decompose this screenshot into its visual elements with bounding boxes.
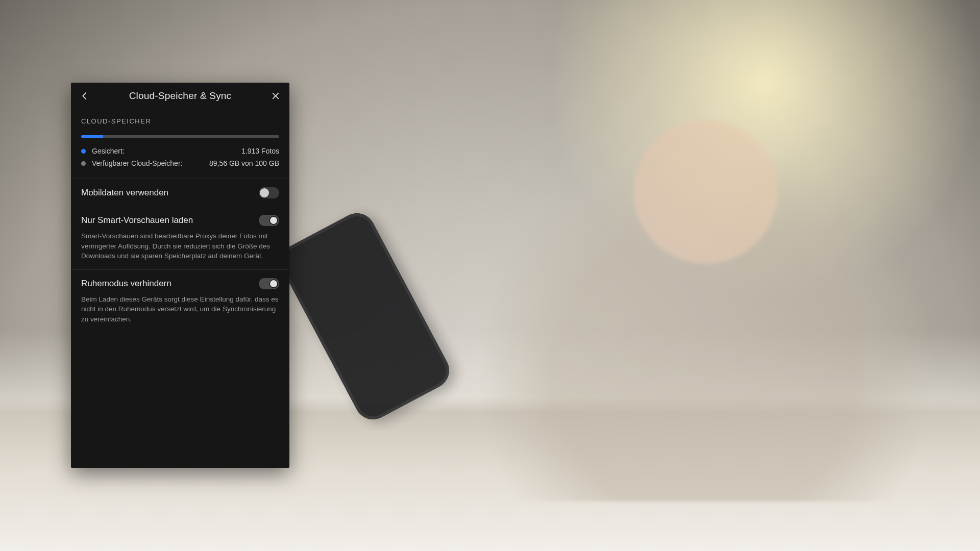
dot-icon xyxy=(81,161,86,166)
storage-row-backed-up: Gesichert: 1.913 Fotos xyxy=(81,145,279,157)
toggle-knob xyxy=(269,216,278,225)
setting-prevent-sleep: Ruhemodus verhindern Beim Laden dieses G… xyxy=(71,270,289,333)
setting-head: Mobildaten verwenden xyxy=(81,187,279,198)
setting-title: Ruhemodus verhindern xyxy=(81,279,172,289)
setting-description: Beim Laden dieses Geräts sorgt diese Ein… xyxy=(81,294,279,324)
setting-title: Nur Smart-Vorschauen laden xyxy=(81,215,193,226)
storage-bar xyxy=(81,135,279,138)
panel-title: Cloud-Speicher & Sync xyxy=(93,90,267,102)
setting-head: Ruhemodus verhindern xyxy=(81,278,279,289)
storage-bar-used xyxy=(81,135,103,138)
storage-row-value: 89,56 GB von 100 GB xyxy=(209,159,279,167)
storage-label-text: Gesichert: xyxy=(92,147,125,155)
toggle-knob xyxy=(269,279,278,288)
setting-head: Nur Smart-Vorschauen laden xyxy=(81,215,279,226)
setting-description: Smart-Vorschauen sind bearbeitbare Proxy… xyxy=(81,231,279,261)
toggle-prevent-sleep[interactable] xyxy=(259,278,279,289)
storage-row-value: 1.913 Fotos xyxy=(241,147,279,155)
cloud-sync-panel: Cloud-Speicher & Sync CLOUD-SPEICHER Ges… xyxy=(71,83,289,468)
toggle-smart-previews[interactable] xyxy=(259,215,279,226)
close-icon xyxy=(271,91,280,101)
close-button[interactable] xyxy=(267,87,284,105)
back-button[interactable] xyxy=(76,87,93,105)
storage-label-text: Verfügbarer Cloud-Speicher: xyxy=(92,159,182,167)
setting-smart-previews: Nur Smart-Vorschauen laden Smart-Vorscha… xyxy=(71,207,289,269)
section-label-cloud-storage: CLOUD-SPEICHER xyxy=(71,109,289,128)
toggle-mobile-data[interactable] xyxy=(259,187,279,198)
toggle-knob xyxy=(260,188,269,197)
bg-person xyxy=(471,71,941,501)
dot-icon xyxy=(81,149,86,154)
storage-rows: Gesichert: 1.913 Fotos Verfügbarer Cloud… xyxy=(71,142,289,179)
storage-row-label: Gesichert: xyxy=(81,147,125,155)
storage-row-label: Verfügbarer Cloud-Speicher: xyxy=(81,159,182,167)
setting-mobile-data: Mobildaten verwenden xyxy=(71,179,289,207)
storage-row-available: Verfügbarer Cloud-Speicher: 89,56 GB von… xyxy=(81,157,279,169)
chevron-left-icon xyxy=(80,91,89,101)
panel-header: Cloud-Speicher & Sync xyxy=(71,83,289,109)
setting-title: Mobildaten verwenden xyxy=(81,188,168,198)
